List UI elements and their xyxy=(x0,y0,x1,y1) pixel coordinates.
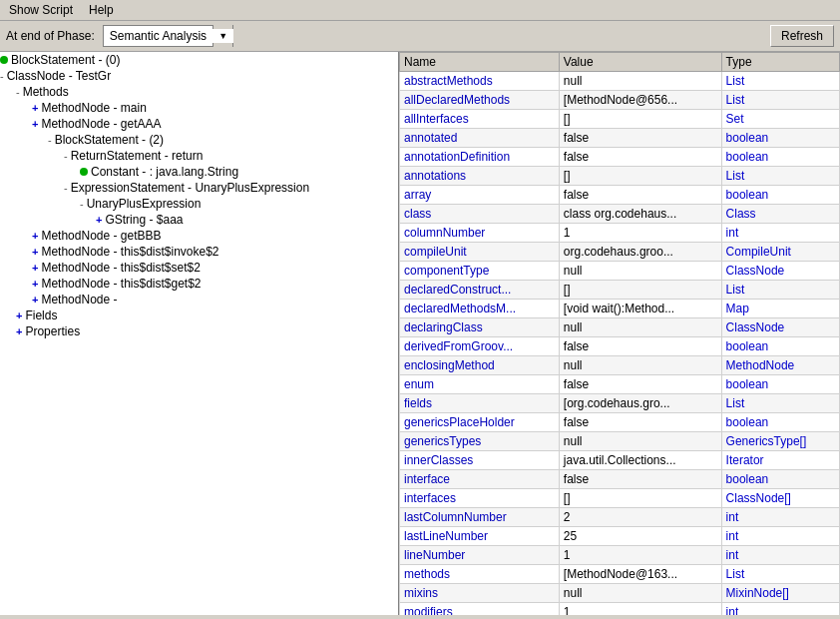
collapse-minus-icon: - xyxy=(64,150,68,162)
tree-item[interactable]: +MethodNode - xyxy=(0,292,398,308)
tree-item-label: MethodNode - xyxy=(41,293,117,307)
tree-item[interactable]: -ExpressionStatement - UnaryPlusExpressi… xyxy=(0,180,398,196)
prop-value: class org.codehaus... xyxy=(559,205,721,224)
tree-item-label: MethodNode - getBBB xyxy=(41,229,161,243)
table-row[interactable]: columnNumber1int xyxy=(400,224,840,243)
tree-item[interactable]: +MethodNode - this$dist$get$2 xyxy=(0,276,398,292)
prop-value: null xyxy=(559,584,721,603)
table-row[interactable]: abstractMethodsnullList xyxy=(400,72,840,91)
tree-item-label: ExpressionStatement - UnaryPlusExpressio… xyxy=(71,181,309,195)
table-row[interactable]: lastLineNumber25int xyxy=(400,527,840,546)
prop-name: genericsTypes xyxy=(400,432,560,451)
prop-value: org.codehaus.groo... xyxy=(559,243,721,262)
tree-item[interactable]: -ClassNode - TestGr xyxy=(0,68,398,84)
table-row[interactable]: annotationDefinitionfalseboolean xyxy=(400,148,840,167)
prop-name: modifiers xyxy=(400,603,560,616)
tree-item[interactable]: Constant - : java.lang.String xyxy=(0,164,398,180)
table-row[interactable]: allInterfaces[]Set xyxy=(400,110,840,129)
prop-name: lastColumnNumber xyxy=(400,508,560,527)
tree-item[interactable]: +Properties xyxy=(0,323,398,339)
prop-name: declaredMethodsM... xyxy=(400,300,560,318)
menu-help[interactable]: Help xyxy=(86,2,117,18)
table-row[interactable]: genericsTypesnullGenericsType[] xyxy=(400,432,840,451)
prop-name: annotationDefinition xyxy=(400,148,560,167)
expand-plus-icon: + xyxy=(32,230,38,242)
tree-item[interactable]: +MethodNode - this$dist$set$2 xyxy=(0,260,398,276)
prop-value: [MethodNode@656... xyxy=(559,91,721,110)
table-row[interactable]: arrayfalseboolean xyxy=(400,186,840,205)
prop-name: allDeclaredMethods xyxy=(400,91,560,110)
tree-item-label: MethodNode - main xyxy=(41,101,146,115)
properties-panel: Name Value Type abstractMethodsnullLista… xyxy=(399,52,840,615)
table-row[interactable]: interfaces[]ClassNode[] xyxy=(400,489,840,508)
table-row[interactable]: mixinsnullMixinNode[] xyxy=(400,584,840,603)
tree-item[interactable]: -Methods xyxy=(0,84,398,100)
properties-body: abstractMethodsnullListallDeclaredMethod… xyxy=(400,72,840,616)
prop-type: List xyxy=(721,565,839,584)
prop-name: lastLineNumber xyxy=(400,527,560,546)
prop-name: abstractMethods xyxy=(400,72,560,91)
prop-name: fields xyxy=(400,394,560,413)
menu-show-script[interactable]: Show Script xyxy=(6,2,76,18)
table-row[interactable]: componentTypenullClassNode xyxy=(400,262,840,281)
phase-value: Semantic Analysis xyxy=(104,27,212,45)
prop-value: 1 xyxy=(559,603,721,616)
prop-type: ClassNode[] xyxy=(721,489,839,508)
prop-value: false xyxy=(559,186,721,205)
prop-type: boolean xyxy=(721,337,839,356)
tree-item[interactable]: +MethodNode - this$dist$invoke$2 xyxy=(0,244,398,260)
prop-value: null xyxy=(559,72,721,91)
table-row[interactable]: interfacefalseboolean xyxy=(400,470,840,489)
table-row[interactable]: compileUnitorg.codehaus.groo...CompileUn… xyxy=(400,243,840,262)
table-row[interactable]: declaredConstruct...[]List xyxy=(400,281,840,300)
tree-item[interactable]: +GString - $aaa xyxy=(0,212,398,228)
prop-name: mixins xyxy=(400,584,560,603)
table-row[interactable]: fields[org.codehaus.gro...List xyxy=(400,394,840,413)
table-row[interactable]: declaringClassnullClassNode xyxy=(400,318,840,337)
tree-item[interactable]: +MethodNode - getBBB xyxy=(0,228,398,244)
refresh-button[interactable]: Refresh xyxy=(770,25,834,47)
table-row[interactable]: modifiers1int xyxy=(400,603,840,616)
prop-name: compileUnit xyxy=(400,243,560,262)
phase-dropdown-button[interactable]: ▼ xyxy=(212,25,232,47)
collapse-minus-icon: - xyxy=(48,134,52,146)
tree-item[interactable]: +Fields xyxy=(0,308,398,323)
prop-value: false xyxy=(559,470,721,489)
tree-item[interactable]: +MethodNode - getAAA xyxy=(0,116,398,132)
collapse-minus-icon: - xyxy=(80,198,84,210)
table-row[interactable]: derivedFromGroov...falseboolean xyxy=(400,337,840,356)
table-row[interactable]: methods[MethodNode@163...List xyxy=(400,565,840,584)
tree-item-label: Constant - : java.lang.String xyxy=(91,165,238,179)
prop-type: MixinNode[] xyxy=(721,584,839,603)
prop-name: methods xyxy=(400,565,560,584)
tree-item[interactable]: -ReturnStatement - return xyxy=(0,148,398,164)
tree-item[interactable]: -UnaryPlusExpression xyxy=(0,196,398,212)
prop-name: class xyxy=(400,205,560,224)
col-value: Value xyxy=(559,53,721,72)
collapse-minus-icon: - xyxy=(16,86,20,98)
tree-item[interactable]: BlockStatement - (0) xyxy=(0,52,398,68)
prop-type: List xyxy=(721,167,839,186)
prop-type: CompileUnit xyxy=(721,243,839,262)
tree-item[interactable]: +MethodNode - main xyxy=(0,100,398,116)
prop-type: List xyxy=(721,91,839,110)
table-row[interactable]: enclosingMethodnullMethodNode xyxy=(400,356,840,375)
table-row[interactable]: lineNumber1int xyxy=(400,546,840,565)
table-row[interactable]: enumfalseboolean xyxy=(400,375,840,394)
table-row[interactable]: lastColumnNumber2int xyxy=(400,508,840,527)
table-row[interactable]: classclass org.codehaus...Class xyxy=(400,205,840,224)
prop-type: boolean xyxy=(721,186,839,205)
prop-type: Map xyxy=(721,300,839,318)
table-row[interactable]: annotatedfalseboolean xyxy=(400,129,840,148)
prop-value: false xyxy=(559,129,721,148)
expand-plus-icon: + xyxy=(32,118,38,130)
table-row[interactable]: allDeclaredMethods[MethodNode@656...List xyxy=(400,91,840,110)
table-row[interactable]: genericsPlaceHolderfalseboolean xyxy=(400,413,840,432)
table-row[interactable]: annotations[]List xyxy=(400,167,840,186)
tree-item[interactable]: -BlockStatement - (2) xyxy=(0,132,398,148)
phase-selector[interactable]: Semantic Analysis ▼ xyxy=(103,25,233,47)
table-row[interactable]: declaredMethodsM...[void wait():Method..… xyxy=(400,300,840,318)
dropdown-arrow-icon: ▼ xyxy=(212,29,233,43)
prop-name: annotated xyxy=(400,129,560,148)
table-row[interactable]: innerClassesjava.util.Collections...Iter… xyxy=(400,451,840,470)
